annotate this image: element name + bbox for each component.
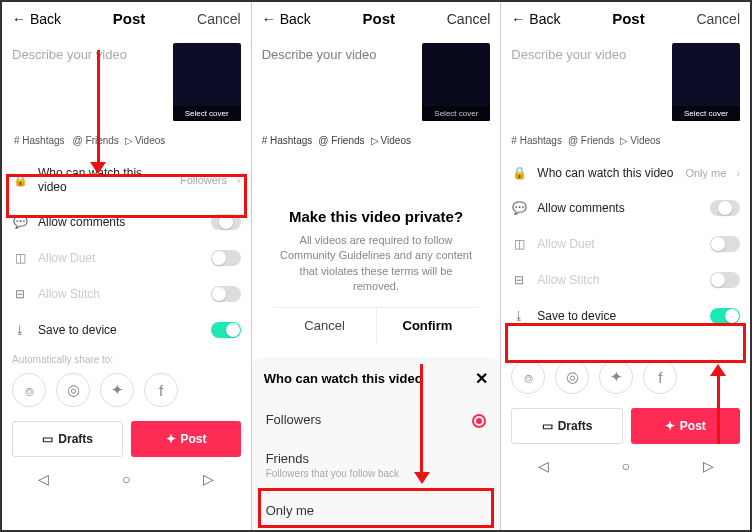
friends-button[interactable]: @ Friends — [318, 135, 364, 146]
back-button[interactable]: ←Back — [262, 11, 311, 27]
who-can-watch-row[interactable]: 🔒 Who can watch this video Only me › — [501, 156, 750, 190]
facebook-icon[interactable]: f — [144, 373, 178, 407]
cover-thumb[interactable]: Select cover — [672, 43, 740, 121]
comment-icon: 💬 — [12, 215, 28, 229]
page-title: Post — [113, 10, 146, 27]
arrow-left-icon: ← — [262, 11, 276, 27]
save-device-toggle[interactable] — [211, 322, 241, 338]
allow-comments-toggle[interactable] — [710, 200, 740, 216]
duet-icon: ◫ — [12, 251, 28, 265]
who-can-watch-row[interactable]: 🔒 Who can watch this video Followers › — [2, 156, 251, 204]
nav-recent-icon[interactable]: ▷ — [203, 471, 214, 487]
dialog-confirm-button[interactable]: Confirm — [377, 308, 479, 343]
friends-button[interactable]: @ Friends — [568, 135, 614, 146]
panel-step3: ←Back Post Cancel Describe your video Se… — [501, 2, 750, 530]
cancel-button[interactable]: Cancel — [447, 11, 491, 27]
description-input[interactable]: Describe your video — [511, 43, 664, 121]
cancel-button[interactable]: Cancel — [696, 11, 740, 27]
allow-duet-toggle[interactable] — [710, 236, 740, 252]
nav-home-icon[interactable]: ○ — [621, 458, 629, 474]
allow-comments-toggle[interactable] — [211, 214, 241, 230]
page-title: Post — [363, 10, 396, 27]
comment-icon: 💬 — [511, 201, 527, 215]
friends-button[interactable]: @ Friends — [71, 135, 119, 146]
facebook-icon[interactable]: f — [643, 360, 677, 394]
allow-comments-row: 💬 Allow comments — [501, 190, 750, 226]
chevron-right-icon: › — [736, 167, 740, 179]
save-device-toggle[interactable] — [710, 308, 740, 324]
chevron-right-icon: › — [237, 174, 241, 186]
drafts-button[interactable]: ▭Drafts — [12, 421, 123, 457]
allow-comments-row: 💬 Allow comments — [2, 204, 251, 240]
header: ← Back Post Cancel — [2, 2, 251, 35]
panel-step1: ← Back Post Cancel Describe your video S… — [2, 2, 252, 530]
instagram-icon[interactable]: ◎ — [56, 373, 90, 407]
download-icon: ⭳ — [511, 309, 527, 323]
close-icon[interactable]: ✕ — [475, 369, 488, 388]
allow-stitch-row: ⊟ Allow Stitch — [2, 276, 251, 312]
cover-thumb[interactable]: Select cover — [173, 43, 241, 121]
hashtags-button[interactable]: # Hashtags — [12, 135, 65, 146]
allow-duet-row: ◫ Allow Duet — [501, 226, 750, 262]
allow-stitch-toggle[interactable] — [211, 286, 241, 302]
videos-button[interactable]: ▷Videos — [620, 135, 660, 146]
drafts-button[interactable]: ▭Drafts — [511, 408, 622, 444]
allow-duet-toggle[interactable] — [211, 250, 241, 266]
arrow-left-icon: ← — [12, 11, 26, 27]
dialog-body: All videos are required to follow Commun… — [274, 233, 479, 295]
description-input[interactable]: Describe your video — [12, 43, 165, 121]
panel-step2: ←Back Post Cancel Describe your video Se… — [252, 2, 502, 530]
allow-stitch-toggle[interactable] — [710, 272, 740, 288]
page-title: Post — [612, 10, 645, 27]
lock-icon: 🔒 — [12, 173, 28, 187]
dialog-cancel-button[interactable]: Cancel — [274, 308, 377, 343]
drafts-icon: ▭ — [542, 419, 553, 433]
description-input[interactable]: Describe your video — [262, 43, 415, 121]
cancel-button[interactable]: Cancel — [197, 11, 241, 27]
back-button[interactable]: ←Back — [511, 11, 560, 27]
android-nav: ◁ ○ ▷ — [501, 450, 750, 478]
header: ←Back Post Cancel — [501, 2, 750, 35]
whatsapp-icon[interactable]: ⌾ — [12, 373, 46, 407]
dialog-title: Make this video private? — [274, 208, 479, 225]
back-button[interactable]: ← Back — [12, 11, 61, 27]
hashtags-button[interactable]: # Hashtags — [262, 135, 313, 146]
option-only-me[interactable]: Only me — [252, 491, 501, 530]
post-button[interactable]: ✦Post — [631, 408, 740, 444]
allow-stitch-row: ⊟ Allow Stitch — [501, 262, 750, 298]
play-icon: ▷ — [125, 135, 133, 146]
stitch-icon: ⊟ — [511, 273, 527, 287]
videos-button[interactable]: ▷Videos — [371, 135, 411, 146]
header: ←Back Post Cancel — [252, 2, 501, 35]
post-button[interactable]: ✦Post — [131, 421, 240, 457]
who-value: Only me — [685, 167, 726, 179]
option-followers[interactable]: Followers — [252, 400, 501, 439]
drafts-icon: ▭ — [42, 432, 53, 446]
videos-button[interactable]: ▷Videos — [125, 135, 165, 146]
radio-selected-icon — [472, 414, 486, 428]
sheet-header: Who can watch this video ✕ — [252, 357, 501, 400]
nav-back-icon[interactable]: ◁ — [38, 471, 49, 487]
who-value: Followers — [180, 174, 227, 186]
select-cover-label: Select cover — [173, 106, 241, 121]
whatsapp-icon[interactable]: ⌾ — [511, 360, 545, 394]
nav-recent-icon[interactable]: ▷ — [703, 458, 714, 474]
save-device-row: ⭳ Save to device — [2, 312, 251, 348]
instagram-icon[interactable]: ◎ — [555, 360, 589, 394]
nav-back-icon[interactable]: ◁ — [538, 458, 549, 474]
arrow-left-icon: ← — [511, 11, 525, 27]
cover-thumb[interactable]: Select cover — [422, 43, 490, 121]
save-device-row: ⭳ Save to device — [501, 298, 750, 334]
android-nav: ◁ ○ ▷ — [2, 463, 251, 491]
stories-icon[interactable]: ✦ — [599, 360, 633, 394]
allow-duet-row: ◫ Allow Duet — [2, 240, 251, 276]
private-dialog: Make this video private? All videos are … — [262, 194, 491, 343]
back-label: Back — [30, 11, 61, 27]
hashtags-button[interactable]: # Hashtags — [511, 135, 562, 146]
post-icon: ✦ — [166, 432, 176, 446]
stories-icon[interactable]: ✦ — [100, 373, 134, 407]
nav-home-icon[interactable]: ○ — [122, 471, 130, 487]
option-friends[interactable]: Friends Followers that you follow back — [252, 439, 501, 491]
lock-icon: 🔒 — [511, 166, 527, 180]
stitch-icon: ⊟ — [12, 287, 28, 301]
